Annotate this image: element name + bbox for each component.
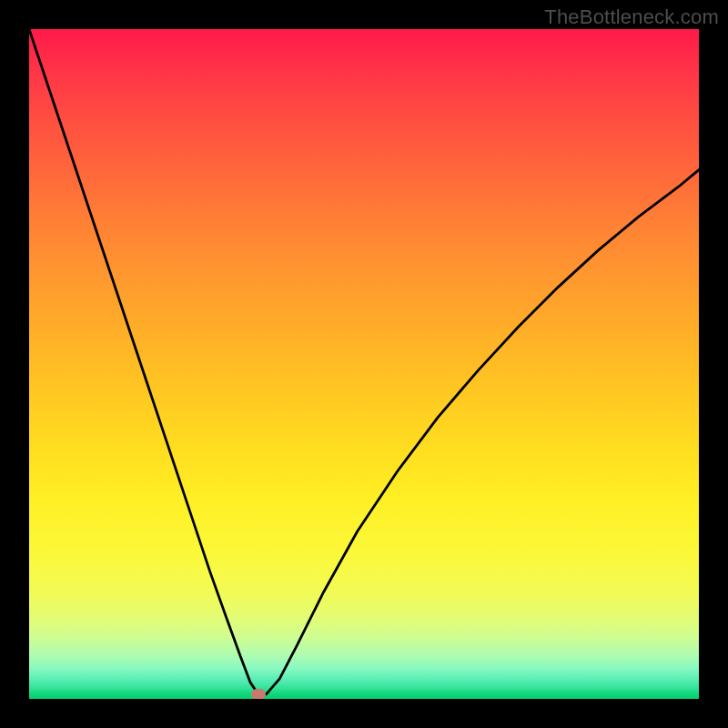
watermark-text: TheBottleneck.com xyxy=(544,5,719,29)
bottleneck-curve xyxy=(29,29,699,694)
curve-svg xyxy=(29,29,699,699)
bottleneck-marker xyxy=(251,689,266,699)
plot-area xyxy=(29,29,699,699)
root: TheBottleneck.com xyxy=(0,0,728,728)
